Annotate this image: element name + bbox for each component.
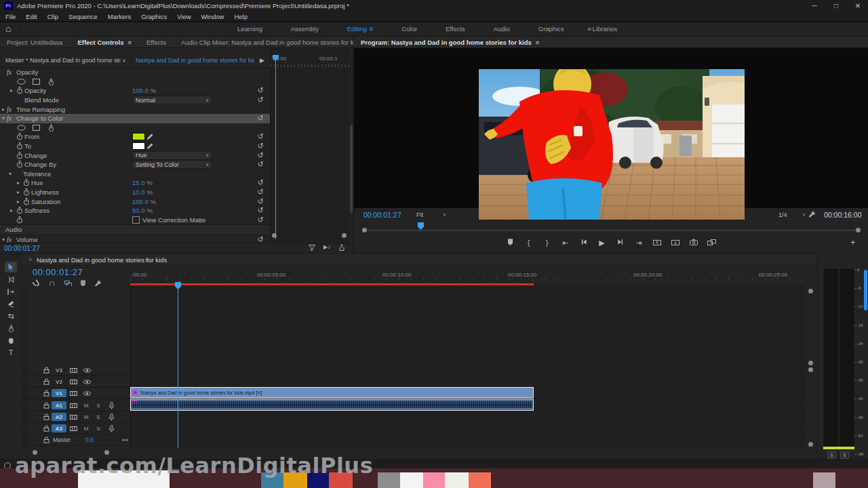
menu-view[interactable]: View	[177, 13, 191, 20]
rect-mask-icon[interactable]	[28, 79, 43, 85]
pen-mask-icon[interactable]	[43, 124, 58, 131]
step-back-button[interactable]	[579, 239, 589, 247]
comparison-view-button[interactable]	[707, 239, 717, 247]
effect-row-to[interactable]: To↺	[0, 142, 270, 151]
pen-mask-icon[interactable]	[43, 78, 58, 85]
param-value[interactable]: 15.0%	[132, 179, 153, 186]
stopwatch-icon[interactable]	[22, 179, 31, 186]
audio-clip[interactable]	[130, 399, 534, 411]
effect-row-opacity[interactable]: fxOpacity	[0, 68, 270, 77]
mute-button[interactable]: M	[80, 403, 92, 409]
track-target-badge[interactable]: A1	[52, 401, 66, 409]
menu-graphics[interactable]: Graphics	[141, 13, 167, 20]
eyedropper-icon[interactable]	[146, 133, 154, 140]
track-target-badge[interactable]: V3	[52, 366, 66, 374]
razor-tool[interactable]	[5, 298, 17, 309]
effect-row-from[interactable]: From↺	[0, 132, 270, 142]
lock-icon[interactable]	[41, 402, 52, 409]
play-audio-icon[interactable]: ▶♪	[323, 245, 330, 250]
workspace-tab-editing[interactable]: Editing≡	[347, 25, 374, 33]
solo-button[interactable]: S	[92, 414, 104, 420]
workspace-tab-learning[interactable]: Learning	[237, 25, 262, 33]
panel-menu-icon[interactable]: ≡	[127, 39, 132, 46]
panel-tab[interactable]: Effects	[146, 39, 166, 46]
workspace-menu-icon[interactable]: ≡	[370, 25, 374, 33]
master-clip-label[interactable]: Master * Nastya and Dad in good home sto…	[5, 57, 121, 64]
track-lane[interactable]	[22, 411, 806, 423]
meter-solo-button[interactable]: S	[840, 451, 849, 459]
param-value[interactable]: 100.0%	[132, 198, 156, 205]
workspace-tab-color[interactable]: Color	[401, 25, 417, 33]
go-to-in-button[interactable]: ⇤	[561, 239, 570, 247]
track-lane[interactable]	[22, 365, 806, 376]
meter-panel-scrollbar[interactable]	[864, 270, 867, 310]
timeline-timecode[interactable]: 00:00:01:27	[33, 267, 83, 277]
twirl-icon[interactable]: ▾	[0, 237, 7, 243]
track-target-badge[interactable]: V2	[52, 378, 66, 386]
twirl-icon[interactable]: ▸	[8, 207, 15, 214]
stopwatch-icon[interactable]	[15, 216, 24, 224]
home-icon[interactable]: ⌂	[5, 23, 11, 34]
timeline-ruler[interactable]: :00:0000:00:05:0000:00:10:0000:00:15:000…	[130, 271, 806, 282]
twirl-icon[interactable]: ▸	[15, 180, 22, 186]
track-header-a3[interactable]: A3 M S	[27, 423, 130, 434]
track-header-a1[interactable]: A1 M S	[27, 400, 130, 411]
param-dropdown[interactable]: Setting To Color∨	[132, 160, 212, 169]
eye-icon[interactable]	[80, 367, 94, 373]
timeline-vertical-scrollbar[interactable]	[806, 286, 816, 449]
color-swatch[interactable]	[132, 133, 145, 140]
mic-icon[interactable]	[104, 413, 118, 421]
video-clip[interactable]: fx Nastya and Dad in good home stories f…	[130, 387, 534, 398]
solo-button[interactable]: S	[92, 403, 104, 409]
sync-lock-icon[interactable]	[66, 367, 80, 373]
track-header-master[interactable]: Master 0.0 ▸◂	[27, 434, 130, 446]
mark-out-button[interactable]: }	[542, 239, 552, 247]
button-editor-icon[interactable]: +	[850, 237, 856, 247]
reset-icon[interactable]: ↺	[256, 132, 265, 141]
reset-icon[interactable]: ↺	[256, 151, 265, 160]
workspace-tab-effects[interactable]: Effects	[446, 25, 465, 33]
mark-in-button[interactable]: {	[524, 239, 534, 247]
sync-lock-icon[interactable]	[66, 414, 80, 420]
param-dropdown[interactable]: Normal∨	[132, 96, 212, 104]
go-to-out-button[interactable]: ⇥	[634, 239, 644, 247]
filter-icon[interactable]	[309, 245, 315, 251]
workspace-tab-libraries[interactable]: Libraries	[593, 25, 617, 33]
effect-row-change[interactable]: ChangeHue∨↺	[0, 150, 270, 160]
ellipse-mask-icon[interactable]	[14, 125, 28, 131]
mic-icon[interactable]	[104, 402, 118, 409]
reset-icon[interactable]: ↺	[256, 206, 265, 215]
step-forward-button[interactable]	[616, 239, 625, 247]
stopwatch-icon[interactable]	[15, 152, 24, 159]
lock-icon[interactable]	[41, 436, 52, 443]
sync-lock-icon[interactable]	[66, 426, 80, 432]
panel-menu-icon[interactable]: ≡	[145, 256, 149, 264]
workspace-overflow-icon[interactable]: »	[587, 24, 591, 33]
mute-button[interactable]: M	[80, 414, 92, 420]
master-volume-value[interactable]: 0.0	[85, 436, 94, 443]
effect-row-saturation[interactable]: ▸Saturation100.0%↺	[0, 197, 270, 206]
hand-tool[interactable]	[5, 335, 17, 346]
track-lane[interactable]	[22, 423, 806, 434]
slip-tool[interactable]: ⇆	[5, 310, 17, 321]
reset-icon[interactable]: ↺	[256, 160, 265, 169]
reset-icon[interactable]: ↺	[256, 197, 265, 206]
extract-button[interactable]	[671, 239, 680, 247]
type-tool[interactable]: T	[5, 347, 17, 358]
param-value[interactable]: 100.0%	[132, 87, 156, 94]
sync-lock-icon[interactable]	[66, 403, 80, 409]
playback-resolution-dropdown[interactable]: 1/4∨	[776, 210, 808, 219]
program-playhead[interactable]	[418, 222, 424, 230]
effect-row-change-by[interactable]: Change BySetting To Color∨↺	[0, 160, 270, 169]
checkbox[interactable]	[132, 216, 140, 224]
effect-row-lightness[interactable]: ▸Lightness10.0%↺	[0, 188, 270, 197]
track-target-badge[interactable]: A2	[52, 413, 66, 421]
effect-row-hue[interactable]: ▸Hue15.0%↺	[0, 178, 270, 188]
effect-controls-scrollbar[interactable]	[350, 125, 353, 213]
mic-icon[interactable]	[104, 425, 118, 432]
minimize-button[interactable]: ─	[804, 0, 825, 12]
lock-icon[interactable]	[41, 378, 52, 385]
add-marker-button[interactable]	[506, 239, 515, 247]
stopwatch-icon[interactable]	[15, 142, 24, 150]
stopwatch-icon[interactable]	[22, 188, 31, 196]
